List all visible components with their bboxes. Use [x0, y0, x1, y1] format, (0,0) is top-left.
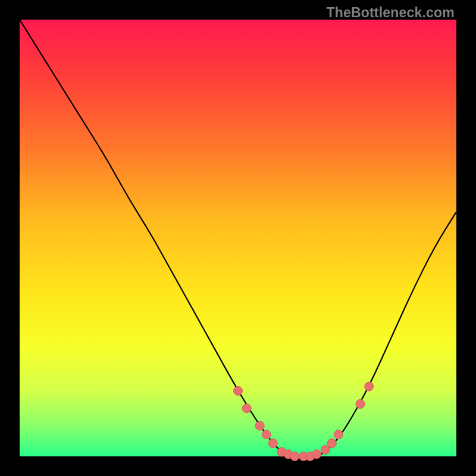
curve-marker: [327, 439, 336, 447]
watermark-text: TheBottleneck.com: [326, 5, 455, 21]
curve-marker: [334, 430, 343, 439]
curve-marker: [312, 450, 321, 459]
curve-marker: [262, 430, 271, 439]
curve-marker: [290, 452, 299, 461]
marker-dots: [234, 382, 374, 461]
curve-marker: [356, 399, 365, 408]
curve-marker: [365, 382, 374, 391]
curve-marker: [255, 421, 264, 430]
chart-frame: TheBottleneck.com: [0, 0, 476, 476]
curve-marker: [234, 386, 243, 395]
curve-layer: [20, 20, 456, 456]
curve-marker: [321, 445, 330, 454]
curve-marker: [242, 404, 251, 413]
curve-marker: [268, 439, 277, 447]
